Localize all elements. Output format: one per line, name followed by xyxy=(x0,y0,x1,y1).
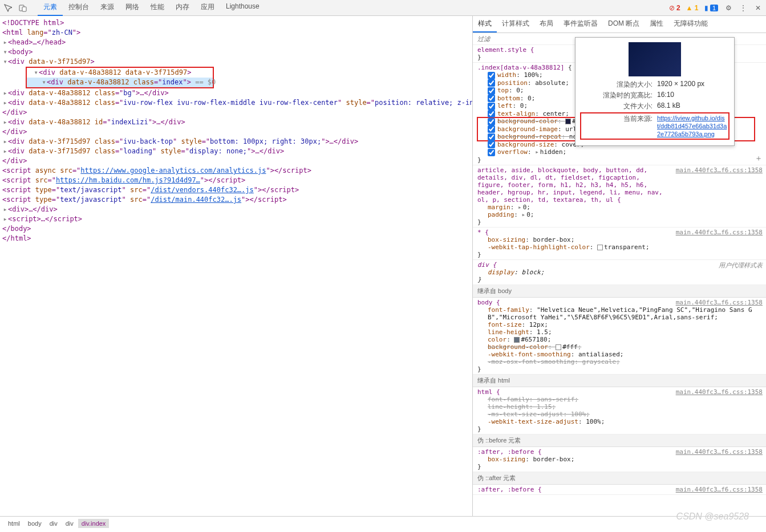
tab-properties[interactable]: 属性 xyxy=(645,16,668,33)
more-icon[interactable]: ⋮ xyxy=(739,3,748,13)
pseudo-after-header: 伪 ::after 元素 xyxy=(473,472,766,485)
dom-script-vendors[interactable]: <script type="text/javascript" src="/dis… xyxy=(0,185,472,195)
dom-div-loading[interactable]: ▸<div data-v-3f715d97 class="loading" st… xyxy=(0,147,472,156)
tab-listeners[interactable]: 事件监听器 xyxy=(558,16,603,33)
highlight-box-3: 当前来源:https://iview.github.io/dist/ddb81d… xyxy=(580,112,729,140)
preview-thumbnail xyxy=(629,42,681,76)
rule-star[interactable]: main.440fc3…f6.css:1358 * { box-sizing: … xyxy=(473,228,766,260)
dom-tree[interactable]: <!DOCTYPE html> <html lang="zh-CN"> ▸<he… xyxy=(0,16,472,516)
rule-div-ua[interactable]: 用户代理样式表 div { display: block; } xyxy=(473,260,766,285)
cb-bgimage[interactable] xyxy=(488,125,495,133)
tab-sources[interactable]: 来源 xyxy=(95,0,120,16)
dom-doctype[interactable]: <!DOCTYPE html> xyxy=(0,18,472,28)
message-count[interactable]: ▮ 1 xyxy=(704,4,718,12)
tab-computed[interactable]: 计算样式 xyxy=(497,16,534,33)
device-toggle-icon[interactable] xyxy=(18,3,27,13)
tab-application[interactable]: 应用 xyxy=(195,0,220,16)
source-link[interactable]: main.440fc3…f6.css:1358 xyxy=(676,486,763,493)
dom-div-lizi[interactable]: ▸<div data-v-48a38812 id="indexLizi">…</… xyxy=(0,117,472,127)
cb-bottom[interactable] xyxy=(488,95,495,102)
bc-div2[interactable]: div xyxy=(62,519,77,528)
dom-html-open[interactable]: <html lang="zh-CN"> xyxy=(0,28,472,38)
dom-html-close[interactable]: </html> xyxy=(0,234,472,243)
bc-div-index[interactable]: div.index xyxy=(78,519,110,528)
dom-div-app[interactable]: ▾<div data-v-3f715d97> xyxy=(0,57,472,67)
source-link[interactable]: main.440fc3…f6.css:1358 xyxy=(676,448,763,456)
highlight-box-1: ▾<div data-v-48a38812 data-v-3f715d97> ▾… xyxy=(26,67,214,88)
cb-bgcolor[interactable] xyxy=(488,118,495,125)
bc-html[interactable]: html xyxy=(5,519,23,528)
dom-script-ga[interactable]: <script async src="https://www.google-an… xyxy=(0,166,472,176)
breadcrumb: html body div div div.index xyxy=(0,516,766,530)
warning-count[interactable]: ▲ 1 xyxy=(686,4,699,12)
tab-console[interactable]: 控制台 xyxy=(63,0,95,16)
settings-icon[interactable]: ⚙ xyxy=(724,3,733,13)
dom-div-outer[interactable]: ▾<div data-v-48a38812 data-v-3f715d97> xyxy=(27,68,213,78)
cb-left[interactable] xyxy=(488,103,495,110)
cb-width[interactable] xyxy=(488,72,495,79)
source-url-link[interactable]: https://iview.github.io/dist/ddb81d457e6… xyxy=(657,115,727,137)
rule-before[interactable]: main.440fc3…f6.css:1358 :after, :before … xyxy=(473,447,766,472)
source-link[interactable]: main.440fc3…f6.css:1358 xyxy=(676,299,763,306)
dom-script-main[interactable]: <script type="text/javascript" src="/dis… xyxy=(0,195,472,205)
close-icon[interactable]: ✕ xyxy=(753,3,763,13)
rule-reset[interactable]: main.440fc3…f6.css:1358 article, aside, … xyxy=(473,165,766,228)
cb-textalign[interactable] xyxy=(488,110,495,117)
devtools-toolbar: 元素 控制台 来源 网络 性能 内存 应用 Lighthouse ⊘ 2 ▲ 1… xyxy=(0,0,766,16)
dom-div-row[interactable]: ▸<div data-v-48a38812 class="ivu-row-fle… xyxy=(0,98,472,108)
tab-performance[interactable]: 性能 xyxy=(145,0,170,16)
dom-div-empty[interactable]: ▸<div>…</div> xyxy=(0,205,472,214)
cb-bgrepeat[interactable] xyxy=(488,133,495,141)
dom-head[interactable]: ▸<head>…</head> xyxy=(0,38,472,47)
source-link[interactable]: main.440fc3…f6.css:1358 xyxy=(676,388,763,396)
image-preview-tooltip: 渲染的大小:1920 × 1200 px 渲染时的宽高比:16:10 文件大小:… xyxy=(575,37,735,146)
rule-after[interactable]: main.440fc3…f6.css:1358 :after, :before … xyxy=(473,485,766,495)
add-rule-icon[interactable]: ＋ xyxy=(755,153,763,164)
dom-script-baidu[interactable]: <script src="https://hm.baidu.com/hm.js?… xyxy=(0,176,472,185)
inherit-body-header: 继承自 body xyxy=(473,285,766,298)
tab-styles[interactable]: 样式 xyxy=(473,16,497,33)
tab-memory[interactable]: 内存 xyxy=(170,0,195,16)
cb-overflow[interactable] xyxy=(488,149,495,156)
rule-html[interactable]: main.440fc3…f6.css:1358 html { font-fami… xyxy=(473,387,766,434)
rule-body[interactable]: main.440fc3…f6.css:1358 body { font-fami… xyxy=(473,298,766,375)
tab-layout[interactable]: 布局 xyxy=(534,16,558,33)
dom-div-bg[interactable]: ▸<div data-v-48a38812 class="bg">…</div> xyxy=(0,88,472,98)
dom-body-close[interactable]: </body> xyxy=(0,224,472,234)
dom-div-backtop[interactable]: ▸<div data-v-3f715d97 class="ivu-back-to… xyxy=(0,137,472,147)
tab-a11y[interactable]: 无障碍功能 xyxy=(668,16,713,33)
cb-bgsize[interactable] xyxy=(488,141,495,148)
cb-top[interactable] xyxy=(488,87,495,95)
inspect-icon[interactable] xyxy=(3,3,13,13)
dom-body-open[interactable]: ▾<body> xyxy=(0,47,472,57)
bc-div1[interactable]: div xyxy=(46,519,61,528)
tab-network[interactable]: 网络 xyxy=(120,0,145,16)
tab-lighthouse[interactable]: Lighthouse xyxy=(220,0,265,16)
source-link[interactable]: main.440fc3…f6.css:1358 xyxy=(676,229,763,236)
tab-elements[interactable]: 元素 xyxy=(38,0,63,16)
tab-dom-breakpoints[interactable]: DOM 断点 xyxy=(603,16,645,33)
inherit-html-header: 继承自 html xyxy=(473,375,766,387)
dom-div-close2[interactable]: </div> xyxy=(0,127,472,137)
dom-div-close3[interactable]: </div> xyxy=(0,156,472,166)
dom-script-inline[interactable]: ▸<script>…</script> xyxy=(0,214,472,224)
pseudo-before-header: 伪 ::before 元素 xyxy=(473,434,766,447)
error-count[interactable]: ⊘ 2 xyxy=(669,4,680,12)
cb-position[interactable] xyxy=(488,79,495,87)
panel-tabs: 元素 控制台 来源 网络 性能 内存 应用 Lighthouse xyxy=(38,0,265,16)
styles-tabs: 样式 计算样式 布局 事件监听器 DOM 断点 属性 无障碍功能 xyxy=(473,16,766,33)
dom-div-index-selected[interactable]: ▾<div data-v-48a38812 class="index"> == … xyxy=(27,78,213,87)
dom-div-close1[interactable]: </div> xyxy=(0,108,472,117)
svg-rect-1 xyxy=(22,7,26,11)
bc-body[interactable]: body xyxy=(25,519,45,528)
source-link[interactable]: main.440fc3…f6.css:1358 xyxy=(676,166,763,174)
